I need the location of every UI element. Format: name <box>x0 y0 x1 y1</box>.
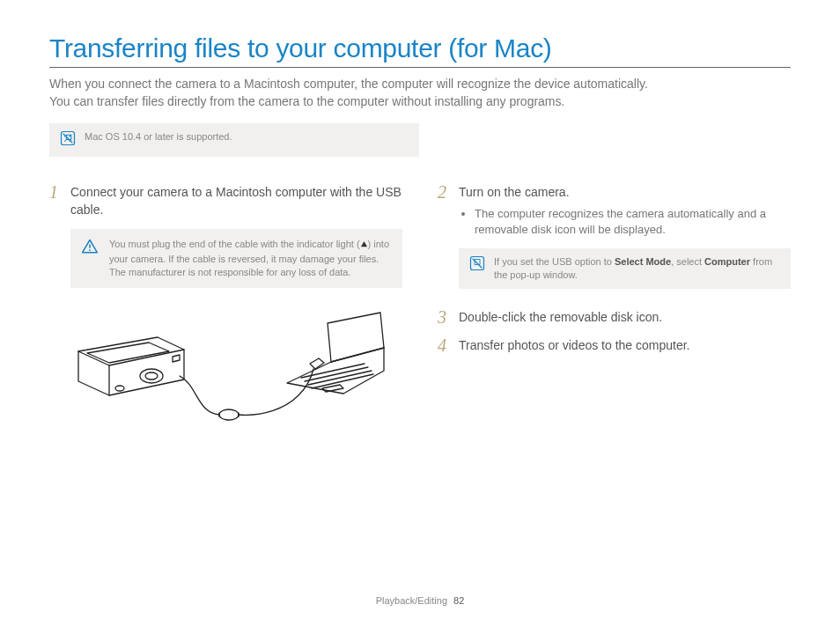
content-columns: 1 Connect your camera to a Macintosh com… <box>49 183 791 444</box>
step-number: 2 <box>438 183 450 239</box>
step-2-bullets: The computer recognizes the camera autom… <box>475 206 791 238</box>
page-footer: Playback/Editing 82 <box>0 595 840 606</box>
step-number: 3 <box>438 308 450 326</box>
step-number: 1 <box>49 183 62 219</box>
step-text: Transfer photos or videos to the compute… <box>459 336 690 354</box>
svg-point-2 <box>89 249 91 251</box>
note-icon <box>469 255 485 275</box>
cable-warning-box: You must plug the end of the cable with … <box>70 229 402 288</box>
usb-mode-tip: If you set the USB option to Select Mode… <box>459 248 791 289</box>
camera-to-laptop-illustration <box>65 307 402 443</box>
step-2-bullet-1: The computer recognizes the camera autom… <box>475 206 791 238</box>
manual-page: Transferring files to your computer (for… <box>0 0 840 634</box>
step-4: 4 Transfer photos or videos to the compu… <box>438 336 791 354</box>
note-icon <box>60 130 76 150</box>
step-text: Turn on the camera. The computer recogni… <box>459 183 791 239</box>
page-title: Transferring files to your computer (for… <box>49 33 791 68</box>
footer-page-number: 82 <box>453 595 464 606</box>
tip-pre: If you set the USB option to <box>494 256 615 267</box>
step-text: Connect your camera to a Macintosh compu… <box>70 183 402 219</box>
svg-point-5 <box>115 386 124 391</box>
svg-point-4 <box>145 372 158 380</box>
right-column: 2 Turn on the camera. The computer recog… <box>438 183 791 444</box>
intro-line-2: You can transfer files directly from the… <box>49 94 564 108</box>
step-3: 3 Double-click the removable disk icon. <box>438 308 791 326</box>
step-2-text: Turn on the camera. <box>459 185 570 199</box>
usb-mode-tip-text: If you set the USB option to Select Mode… <box>494 255 780 282</box>
triangle-up-icon <box>360 239 368 252</box>
step-1: 1 Connect your camera to a Macintosh com… <box>49 183 402 219</box>
footer-section: Playback/Editing <box>376 595 447 606</box>
step-text: Double-click the removable disk icon. <box>459 308 662 326</box>
os-support-note: Mac OS 10.4 or later is supported. <box>49 123 419 157</box>
cable-warning-text: You must plug the end of the cable with … <box>109 238 390 279</box>
tip-bold-computer: Computer <box>704 256 750 267</box>
tip-bold-select-mode: Select Mode <box>615 256 671 267</box>
warning-icon <box>81 238 99 259</box>
os-support-text: Mac OS 10.4 or later is supported. <box>85 130 232 144</box>
intro-line-1: When you connect the camera to a Macinto… <box>49 77 648 91</box>
svg-point-3 <box>140 369 163 383</box>
step-number: 4 <box>438 336 450 354</box>
intro-text: When you connect the camera to a Macinto… <box>49 75 791 111</box>
warn-pre: You must plug the end of the cable with … <box>109 239 360 249</box>
tip-mid: , select <box>671 256 704 267</box>
step-2: 2 Turn on the camera. The computer recog… <box>438 183 791 239</box>
svg-point-6 <box>219 409 239 420</box>
left-column: 1 Connect your camera to a Macintosh com… <box>49 183 402 444</box>
